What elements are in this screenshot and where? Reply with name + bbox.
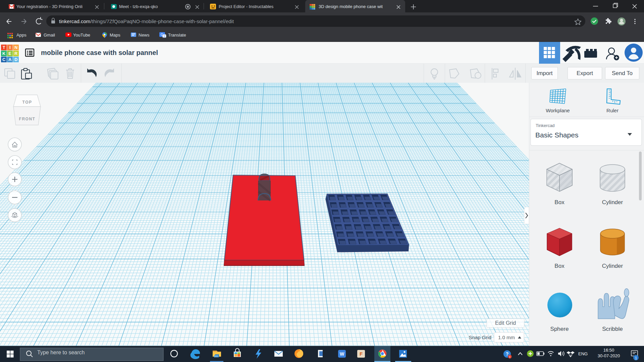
- svg-text:1: 1: [635, 356, 637, 360]
- svg-text:?: ?: [506, 351, 509, 357]
- svg-text:F: F: [360, 351, 363, 357]
- svg-text:W: W: [340, 351, 344, 357]
- svg-text:!: !: [509, 355, 511, 359]
